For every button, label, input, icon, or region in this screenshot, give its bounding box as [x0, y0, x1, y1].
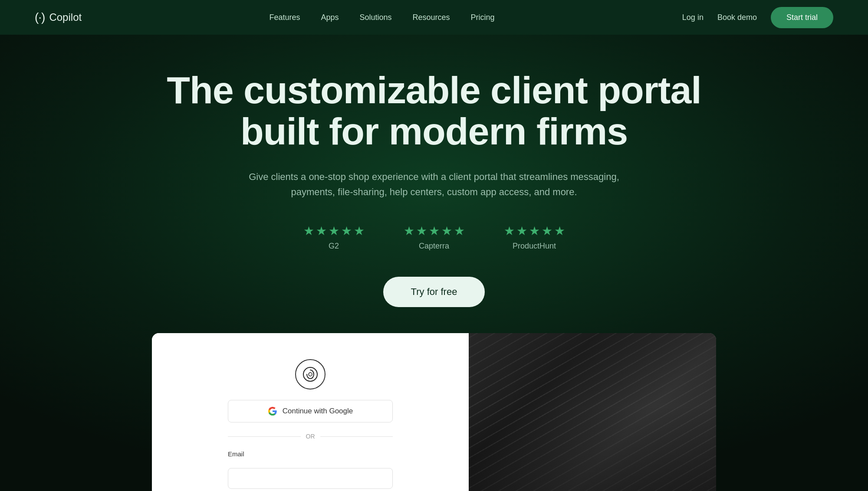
- hero-subtitle: Give clients a one-stop shop experience …: [239, 169, 629, 200]
- svg-point-1: [309, 373, 312, 376]
- star-icon: ★: [329, 224, 339, 238]
- star-icon: ★: [416, 224, 427, 238]
- ratings-row: ★ ★ ★ ★ ★ G2 ★ ★ ★ ★ ★ Capterra ★ ★ ★: [303, 224, 565, 251]
- star-icon: ★: [554, 224, 565, 238]
- star-icon: ★: [316, 224, 327, 238]
- login-card: Continue with Google OR Email: [152, 333, 716, 491]
- try-for-free-button[interactable]: Try for free: [383, 277, 485, 307]
- rating-g2: ★ ★ ★ ★ ★ G2: [303, 224, 365, 251]
- star-icon: ★: [454, 224, 465, 238]
- rating-capterra: ★ ★ ★ ★ ★ Capterra: [404, 224, 465, 251]
- login-link[interactable]: Log in: [682, 13, 704, 22]
- book-demo-link[interactable]: Book demo: [717, 13, 757, 22]
- rating-producthunt: ★ ★ ★ ★ ★ ProductHunt: [504, 224, 565, 251]
- capterra-stars: ★ ★ ★ ★ ★: [404, 224, 465, 238]
- hero-section: The customizable client portal built for…: [0, 35, 868, 491]
- nav-links: Features Apps Solutions Resources Pricin…: [269, 13, 494, 22]
- email-label: Email: [228, 450, 244, 458]
- pencils-image: [469, 333, 716, 491]
- star-icon: ★: [529, 224, 540, 238]
- login-form-panel: Continue with Google OR Email: [152, 333, 469, 491]
- star-icon: ★: [516, 224, 527, 238]
- svg-point-0: [303, 367, 317, 381]
- star-icon: ★: [354, 224, 365, 238]
- nav-actions: Log in Book demo Start trial: [682, 7, 833, 28]
- nav-solutions-link[interactable]: Solutions: [359, 13, 391, 22]
- capterra-label: Capterra: [419, 242, 449, 251]
- g2-stars: ★ ★ ★ ★ ★: [303, 224, 365, 238]
- google-btn-label: Continue with Google: [283, 407, 353, 416]
- email-input[interactable]: [228, 468, 393, 489]
- nav-pricing-link[interactable]: Pricing: [471, 13, 495, 22]
- hero-title: The customizable client portal built for…: [152, 69, 716, 152]
- nav-features-link[interactable]: Features: [269, 13, 300, 22]
- logo-icon: (·): [35, 10, 45, 24]
- or-divider: OR: [228, 433, 393, 440]
- logo-text: Copilot: [49, 11, 82, 23]
- star-icon: ★: [341, 224, 352, 238]
- nav-resources-link[interactable]: Resources: [413, 13, 450, 22]
- copilot-logo-card: [295, 359, 326, 390]
- continue-with-google-button[interactable]: Continue with Google: [228, 400, 393, 422]
- star-icon: ★: [504, 224, 515, 238]
- card-section: Continue with Google OR Email: [65, 333, 803, 491]
- start-trial-button[interactable]: Start trial: [771, 7, 833, 28]
- logo-link[interactable]: (·) Copilot: [35, 10, 82, 24]
- producthunt-label: ProductHunt: [513, 242, 556, 251]
- star-icon: ★: [542, 224, 552, 238]
- producthunt-stars: ★ ★ ★ ★ ★: [504, 224, 565, 238]
- or-label: OR: [306, 433, 315, 440]
- star-icon: ★: [303, 224, 314, 238]
- copilot-logo-svg: [302, 367, 318, 382]
- g2-label: G2: [329, 242, 339, 251]
- google-icon: [268, 406, 277, 416]
- star-icon: ★: [429, 224, 440, 238]
- image-panel: [469, 333, 716, 491]
- star-icon: ★: [404, 224, 414, 238]
- star-icon: ★: [441, 224, 452, 238]
- navbar: (·) Copilot Features Apps Solutions Reso…: [0, 0, 868, 35]
- nav-apps-link[interactable]: Apps: [321, 13, 339, 22]
